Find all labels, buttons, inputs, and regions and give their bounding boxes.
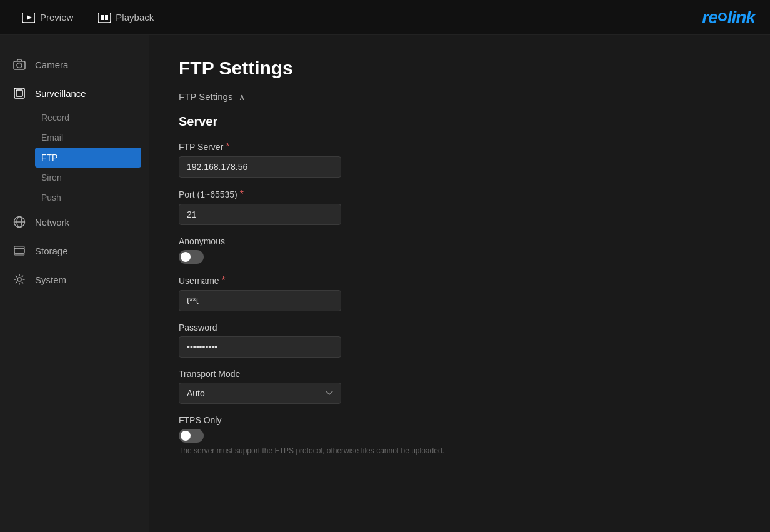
chevron-up-icon: ∧ [239, 92, 245, 102]
camera-label: Camera [35, 59, 68, 70]
server-title: Server [179, 114, 740, 129]
section-ftp-settings-header[interactable]: FTP Settings ∧ [179, 91, 740, 102]
svg-point-15 [18, 278, 21, 281]
anonymous-label: Anonymous [179, 236, 740, 246]
password-label: Password [179, 323, 740, 333]
sidebar-item-email[interactable]: Email [35, 128, 149, 148]
network-label: Network [35, 217, 69, 228]
system-label: System [35, 274, 66, 285]
svg-rect-3 [101, 15, 104, 20]
sidebar-item-network[interactable]: Network [0, 208, 149, 236]
transport-mode-label: Transport Mode [179, 369, 740, 379]
playback-label: Playback [116, 12, 154, 23]
ftps-only-toggle-wrap [179, 429, 740, 443]
port-required-indicator: * [240, 189, 244, 200]
transport-mode-group: Transport Mode Auto Active Passive [179, 369, 740, 404]
required-indicator: * [226, 141, 229, 153]
anonymous-toggle-knob [181, 252, 191, 262]
preview-label: Preview [40, 12, 73, 23]
storage-label: Storage [35, 246, 68, 256]
svg-rect-12 [14, 248, 24, 253]
sidebar-item-system[interactable]: System [0, 265, 149, 294]
playback-icon [98, 13, 111, 23]
svg-rect-14 [14, 253, 24, 255]
anonymous-toggle-wrap [179, 250, 740, 264]
ftps-only-label: FTPS Only [179, 415, 740, 425]
network-icon [12, 215, 26, 229]
topnav: Preview Playback relink [0, 0, 770, 35]
svg-rect-13 [14, 246, 24, 248]
ftps-hint-text: The server must support the FTPS protoco… [179, 446, 740, 455]
password-group: Password [179, 323, 740, 358]
anonymous-group: Anonymous [179, 236, 740, 264]
svg-marker-1 [27, 15, 32, 20]
system-icon [12, 273, 26, 286]
playback-nav-item[interactable]: Playback [86, 0, 166, 34]
username-input[interactable] [179, 290, 341, 311]
section-label: FTP Settings [179, 91, 232, 102]
password-input[interactable] [179, 336, 341, 358]
brand-logo: relink [702, 8, 755, 28]
username-label: Username * [179, 275, 740, 286]
main-content: FTP Settings FTP Settings ∧ Server FTP S… [149, 35, 770, 532]
sidebar-item-ftp[interactable]: FTP [35, 148, 141, 168]
sidebar-item-push[interactable]: Push [35, 188, 149, 208]
port-group: Port (1~65535) * [179, 189, 740, 225]
port-label: Port (1~65535) * [179, 189, 740, 200]
preview-icon [22, 13, 35, 23]
username-group: Username * [179, 275, 740, 311]
page-title: FTP Settings [179, 58, 740, 79]
anonymous-toggle[interactable] [179, 250, 204, 264]
username-required-indicator: * [222, 275, 226, 286]
main-layout: Camera Surveillance Record Email FTP Sir… [0, 35, 770, 532]
ftps-only-toggle-knob [181, 431, 191, 441]
surveillance-label: Surveillance [35, 88, 86, 99]
transport-mode-select[interactable]: Auto Active Passive [179, 383, 341, 404]
svg-rect-4 [105, 15, 108, 20]
sidebar-item-storage[interactable]: Storage [0, 236, 149, 265]
port-input[interactable] [179, 204, 341, 225]
preview-nav-item[interactable]: Preview [10, 0, 86, 34]
ftp-server-label: FTP Server * [179, 141, 740, 153]
svg-rect-2 [98, 13, 111, 23]
surveillance-icon [12, 86, 26, 100]
camera-icon [12, 58, 26, 71]
sidebar-item-camera[interactable]: Camera [0, 50, 149, 79]
svg-point-6 [17, 63, 22, 68]
sidebar-item-surveillance[interactable]: Surveillance [0, 79, 149, 108]
ftp-server-group: FTP Server * [179, 141, 740, 178]
ftps-only-group: FTPS Only The server must support the FT… [179, 415, 740, 455]
storage-icon [12, 244, 26, 258]
sidebar: Camera Surveillance Record Email FTP Sir… [0, 35, 149, 532]
sidebar-item-record[interactable]: Record [35, 108, 149, 128]
sidebar-item-siren[interactable]: Siren [35, 168, 149, 188]
sidebar-sub-menu: Record Email FTP Siren Push [0, 108, 149, 208]
svg-rect-8 [16, 90, 22, 96]
ftp-server-input[interactable] [179, 156, 341, 178]
ftps-only-toggle[interactable] [179, 429, 204, 443]
